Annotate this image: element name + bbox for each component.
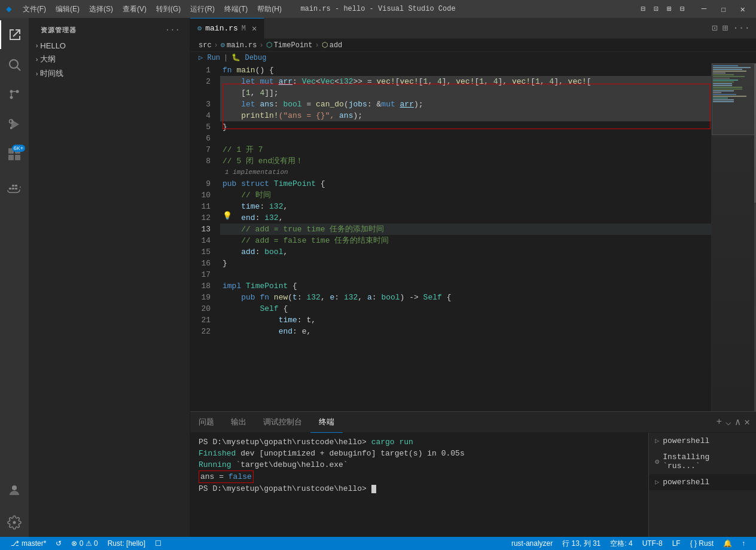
code-line-16: } (220, 258, 711, 269)
code-line-6 (220, 133, 711, 144)
panel-tab-output[interactable]: 输出 (222, 412, 255, 433)
terminal-instance-1[interactable]: ▷ powershell (649, 433, 756, 449)
terminal-label-2: Installing `rus...` (663, 453, 750, 470)
terminal-content[interactable]: PS D:\mysetup\gopath\rustcode\hello> car… (190, 433, 648, 537)
line-num-12: 12 (190, 212, 215, 224)
maximize-panel-button[interactable]: ∧ (735, 416, 741, 428)
breadcrumb-add[interactable]: ⬡ add (322, 41, 343, 50)
indent-status[interactable]: 空格: 4 (605, 537, 637, 550)
cursor-position-label: 行 13, 列 31 (562, 539, 600, 549)
tab-close-main-rs[interactable]: ✕ (252, 23, 257, 33)
code-line-10: // 时间 (220, 190, 711, 201)
terminal-panel: 问题 输出 调试控制台 终端 + ⌵ ∧ ✕ (190, 411, 756, 537)
menu-item-h[interactable]: 帮助(H) (254, 3, 285, 16)
sidebar-header: 资源管理器 ··· (29, 18, 190, 39)
cursor-position-status[interactable]: 行 13, 列 31 (557, 537, 605, 550)
close-button[interactable]: ✕ (736, 4, 750, 14)
breadcrumb-mainrs[interactable]: ⚙ main.rs (221, 41, 257, 50)
breadcrumb-timepoint[interactable]: ⬡ TimePoint (266, 41, 313, 50)
menu-item-f[interactable]: 文件(F) (19, 3, 50, 16)
close-panel-button[interactable]: ✕ (744, 416, 750, 428)
run-link[interactable]: ▷ Run (199, 53, 220, 62)
layout-btn-1[interactable]: ⊟ (641, 4, 645, 14)
code-line-13: // add = true time 任务的添加时间 (220, 224, 711, 235)
panel-tab-terminal[interactable]: 终端 (310, 412, 343, 433)
line-num-2b (190, 87, 215, 99)
split-editor-button[interactable]: ⊡ (712, 22, 718, 34)
menu-item-g[interactable]: 转到(G) (153, 3, 184, 16)
code-line-1: fn main() { (220, 65, 711, 76)
svg-point-18 (12, 485, 17, 490)
menu-item-s[interactable]: 选择(S) (86, 3, 117, 16)
feedback-status[interactable]: ↑ (737, 537, 750, 550)
debug-link[interactable]: 🐛 Debug (231, 53, 266, 62)
code-content[interactable]: fn main() { let mut arr: Vec<Vec<i32>> =… (220, 63, 711, 411)
panel-tab-debug-label: 调试控制台 (263, 417, 302, 427)
sidebar-title: 资源管理器 (41, 26, 77, 35)
menu-item-e[interactable]: 编辑(E) (52, 3, 83, 16)
add-terminal-button[interactable]: + (716, 417, 722, 427)
menu-item-v[interactable]: 查看(V) (119, 3, 150, 16)
tree-item-hello[interactable]: › HELLO (29, 39, 190, 52)
line-num-21: 21 (190, 314, 215, 326)
tree-item-outline[interactable]: › 大纲 (29, 52, 190, 66)
code-line-19: pub fn new(t: i32, e: i32, a: bool) -> S… (220, 292, 711, 303)
minimize-button[interactable]: ─ (697, 4, 711, 14)
split-terminal-button[interactable]: ⌵ (725, 416, 731, 428)
tab-main-rs[interactable]: ⚙ main.rs M ✕ (190, 18, 264, 39)
errors-status[interactable]: ⊗ 0 ⚠ 0 (66, 537, 102, 550)
indent-label: 空格: 4 (610, 539, 632, 549)
code-line-15: add: bool, (220, 246, 711, 258)
code-editor[interactable]: 💡 1 2 3 4 5 6 7 8 9 10 11 12 13 14 15 (190, 63, 756, 411)
activity-search[interactable] (0, 50, 29, 79)
layout-btn-4[interactable]: ⊟ (680, 4, 685, 14)
tree-item-timeline[interactable]: › 时间线 (29, 66, 190, 81)
breadcrumb-sep-3: › (315, 41, 319, 50)
terminal-right-panel: ▷ powershell ⚙ Installing `rus...` ▷ pow… (648, 433, 756, 537)
lightbulb-icon[interactable]: 💡 (222, 211, 232, 221)
menu-item-t[interactable]: 终端(T) (221, 3, 251, 16)
term-prompt-2: PS D:\mysetup\gopath\rustcode\hello> (199, 484, 371, 493)
activity-source-control[interactable] (0, 80, 29, 109)
breadcrumb-src[interactable]: src (199, 41, 212, 50)
sync-status-item[interactable]: ↺ (51, 537, 66, 550)
panel-tab-debug-console[interactable]: 调试控制台 (255, 412, 310, 433)
breadcrumb-file-icon: ⚙ (221, 41, 225, 50)
rust-analyzer-status[interactable]: rust-analyzer (507, 537, 557, 550)
activity-explorer[interactable] (0, 20, 29, 49)
activity-settings[interactable] (0, 508, 29, 537)
svg-rect-9 (15, 148, 20, 154)
line-num-17: 17 (190, 269, 215, 280)
activity-docker[interactable] (0, 175, 29, 203)
layout-btn-3[interactable]: ⊞ (667, 4, 672, 14)
more-editor-actions[interactable]: ··· (733, 23, 750, 33)
git-branch-status[interactable]: ⎇ master* (6, 537, 51, 550)
more-actions-button[interactable]: ··· (163, 24, 182, 36)
terminal-instance-3[interactable]: ▷ powershell (649, 474, 756, 490)
bell-status[interactable]: 🔔 (718, 537, 737, 550)
activity-extensions[interactable] (0, 140, 29, 169)
svg-line-1 (17, 68, 21, 71)
rust-toolchain-status[interactable]: Rust: [hello] (103, 537, 150, 550)
terminal-icon-2: ⚙ (655, 457, 659, 466)
tree-arrow-hello: › (36, 42, 38, 49)
svg-rect-10 (8, 155, 14, 160)
terminal-instance-2[interactable]: ⚙ Installing `rus...` (649, 449, 756, 474)
menu-item-r[interactable]: 运行(R) (187, 3, 218, 16)
activity-account[interactable] (0, 478, 29, 507)
term-prompt-1: PS D:\mysetup\gopath\rustcode\hello> (199, 438, 371, 447)
panel-tab-problems[interactable]: 问题 (190, 412, 222, 433)
editor-area: ⚙ main.rs M ✕ ⊡ ⊞ ··· src › ⚙ main.rs › … (190, 18, 756, 537)
layout-btn-2[interactable]: ⊡ (654, 4, 659, 14)
activity-run[interactable] (0, 110, 29, 139)
restore-button[interactable]: ☐ (716, 4, 730, 14)
language-mode-label: { } Rust (690, 539, 714, 548)
tree-label-timeline: 时间线 (40, 68, 63, 79)
svg-rect-14 (15, 188, 17, 190)
line-num-6: 6 (190, 133, 215, 144)
encoding-status[interactable]: UTF-8 (638, 537, 667, 550)
notifications-status[interactable]: ☐ (150, 537, 166, 550)
editor-layout-button[interactable]: ⊞ (723, 22, 728, 34)
line-ending-status[interactable]: LF (667, 537, 685, 550)
language-mode-status[interactable]: { } Rust (685, 537, 718, 550)
